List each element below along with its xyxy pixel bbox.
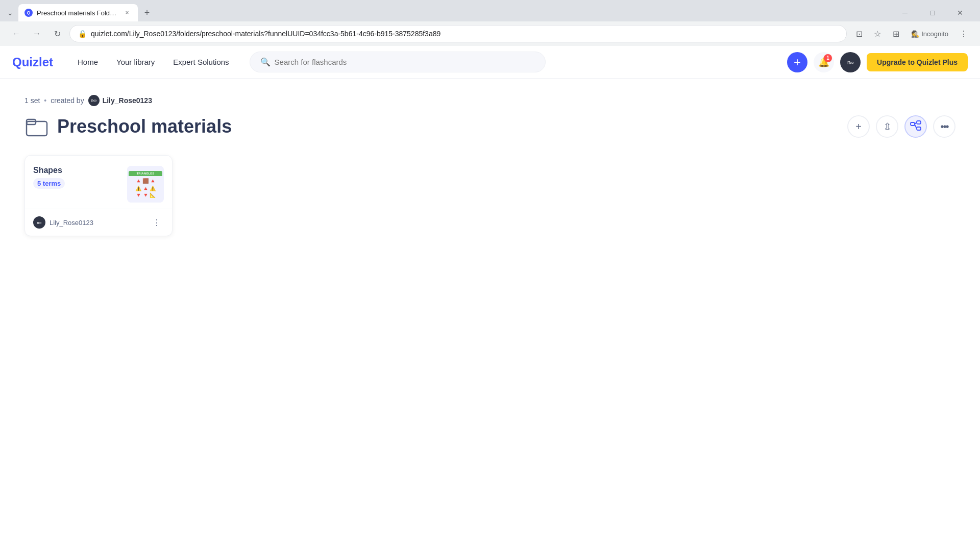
svg-rect-0 bbox=[27, 121, 47, 136]
minimize-button[interactable]: ─ bbox=[893, 5, 917, 20]
set-count: 1 set bbox=[24, 96, 40, 105]
active-tab[interactable]: Q Preschool materials Folder | Qu × bbox=[18, 4, 138, 21]
card-more-button[interactable]: ⋮ bbox=[150, 215, 164, 230]
svg-rect-2 bbox=[911, 122, 915, 126]
lock-icon: 🔒 bbox=[78, 30, 87, 38]
add-to-folder-button[interactable]: + bbox=[847, 115, 870, 138]
cast-icon[interactable]: ⊡ bbox=[851, 26, 867, 42]
creator-info: n∞ Lily_Rose0123 bbox=[88, 95, 152, 106]
card-terms: 5 terms bbox=[33, 178, 65, 189]
folder-title: Preschool materials bbox=[57, 116, 232, 137]
nav-expert-solutions[interactable]: Expert Solutions bbox=[165, 54, 237, 70]
extension-icon[interactable]: ⊞ bbox=[888, 26, 904, 42]
creator-name: Lily_Rose0123 bbox=[103, 96, 152, 105]
maximize-button[interactable]: □ bbox=[921, 5, 944, 20]
card-user: n∞ Lily_Rose0123 bbox=[33, 216, 93, 229]
card-title: Shapes bbox=[33, 166, 127, 175]
card-avatar-icon: n∞ bbox=[37, 221, 42, 224]
folder-actions: + ⇫ bbox=[847, 115, 955, 138]
nav-home[interactable]: Home bbox=[69, 54, 106, 70]
card-creator-name: Lily_Rose0123 bbox=[50, 219, 93, 227]
tab-close-button[interactable]: × bbox=[122, 8, 132, 17]
search-input[interactable] bbox=[275, 58, 535, 66]
back-button[interactable]: ← bbox=[8, 26, 24, 42]
more-options-button[interactable]: ••• bbox=[933, 115, 955, 138]
create-button[interactable]: + bbox=[787, 52, 807, 72]
add-icon: + bbox=[855, 121, 862, 133]
plus-icon: + bbox=[794, 55, 801, 69]
created-by-label: created by bbox=[51, 96, 84, 105]
new-tab-button[interactable]: + bbox=[140, 6, 154, 20]
svg-rect-3 bbox=[917, 121, 921, 124]
folder-meta: 1 set • created by n∞ Lily_Rose0123 bbox=[24, 95, 955, 106]
quizlet-logo[interactable]: Quizlet bbox=[12, 55, 53, 69]
bookmark-icon[interactable]: ☆ bbox=[869, 26, 886, 42]
incognito-label: Incognito bbox=[921, 30, 948, 38]
upgrade-button[interactable]: Upgrade to Quizlet Plus bbox=[867, 53, 968, 71]
card-more-icon: ⋮ bbox=[153, 218, 161, 228]
user-avatar-button[interactable]: n∞ bbox=[840, 52, 861, 72]
folder-header: Preschool materials + ⇫ bbox=[24, 114, 955, 139]
creator-avatar-icon: n∞ bbox=[91, 98, 96, 103]
share-button[interactable] bbox=[904, 115, 927, 138]
card-thumbnail: TRIANGLES 🔺 🟫 🔺 ⚠️ 🔺 ⚠️ bbox=[127, 166, 164, 203]
tab-title: Preschool materials Folder | Qu bbox=[37, 9, 118, 17]
main-nav: Home Your library Expert Solutions bbox=[69, 54, 237, 70]
tab-favicon: Q bbox=[24, 9, 33, 17]
share-icon bbox=[910, 120, 921, 134]
export-button[interactable]: ⇫ bbox=[876, 115, 898, 138]
search-bar: 🔍 bbox=[250, 52, 546, 72]
card-user-avatar: n∞ bbox=[33, 216, 45, 229]
svg-rect-4 bbox=[917, 127, 921, 130]
svg-line-5 bbox=[915, 122, 917, 124]
reload-button[interactable]: ↻ bbox=[49, 26, 65, 42]
creator-avatar: n∞ bbox=[88, 95, 100, 106]
cards-grid: Shapes 5 terms TRIANGLES 🔺 🟫 🔺 bbox=[24, 155, 955, 236]
forward-button[interactable]: → bbox=[29, 26, 45, 42]
export-icon: ⇫ bbox=[884, 121, 891, 132]
url-bar[interactable]: 🔒 quizlet.com/Lily_Rose0123/folders/pres… bbox=[69, 25, 847, 42]
avatar-icon: n∞ bbox=[847, 59, 853, 65]
incognito-icon: 🕵 bbox=[911, 30, 919, 38]
incognito-button[interactable]: 🕵 Incognito bbox=[906, 28, 953, 40]
more-icon: ••• bbox=[940, 121, 948, 133]
header-actions: + 🔔 1 n∞ Upgrade to Quizlet Plus bbox=[787, 52, 968, 72]
card-info: Shapes 5 terms bbox=[33, 166, 127, 189]
notifications-button[interactable]: 🔔 1 bbox=[814, 52, 834, 72]
search-icon: 🔍 bbox=[260, 57, 271, 67]
notification-badge: 1 bbox=[824, 54, 832, 62]
url-text: quizlet.com/Lily_Rose0123/folders/presch… bbox=[91, 30, 440, 38]
card-top: Shapes 5 terms TRIANGLES 🔺 🟫 🔺 bbox=[25, 156, 172, 209]
meta-divider: • bbox=[44, 96, 46, 105]
folder-icon bbox=[24, 114, 49, 139]
chrome-menu-button[interactable]: ⋮ bbox=[955, 26, 972, 42]
card-bottom: n∞ Lily_Rose0123 ⋮ bbox=[25, 209, 172, 236]
svg-line-6 bbox=[915, 124, 917, 129]
set-card[interactable]: Shapes 5 terms TRIANGLES 🔺 🟫 🔺 bbox=[24, 155, 173, 236]
folder-title-row: Preschool materials bbox=[24, 114, 232, 139]
chrome-menu-icon[interactable]: ⌄ bbox=[4, 7, 16, 19]
close-window-button[interactable]: ✕ bbox=[948, 5, 972, 20]
main-content: 1 set • created by n∞ Lily_Rose0123 bbox=[0, 79, 980, 253]
nav-your-library[interactable]: Your library bbox=[108, 54, 163, 70]
